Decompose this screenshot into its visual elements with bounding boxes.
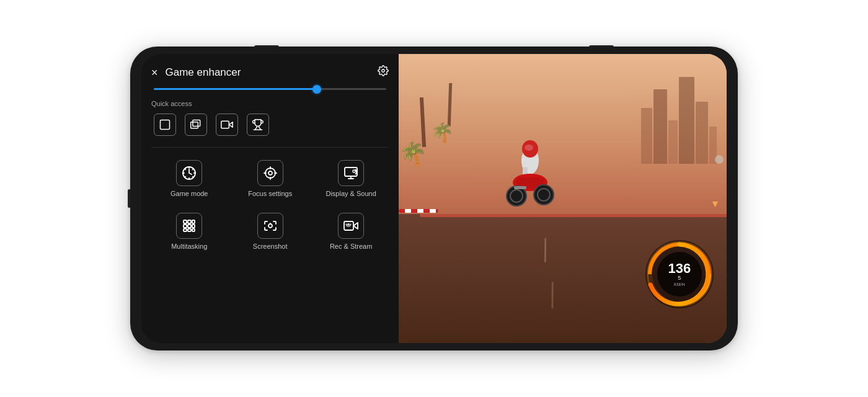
game-scene-panel: 🌴 🌴 bbox=[399, 54, 727, 343]
svg-point-15 bbox=[353, 170, 355, 172]
menu-item-rec-stream[interactable]: Rec & Stream bbox=[313, 209, 389, 254]
game-scene: 🌴 🌴 bbox=[399, 54, 727, 343]
phone-wrapper: × Game enhancer bbox=[130, 47, 738, 350]
menu-grid: Game mode bbox=[151, 156, 389, 254]
panel-divider bbox=[151, 147, 389, 148]
multitasking-label: Multitasking bbox=[171, 243, 207, 251]
svg-point-36 bbox=[534, 185, 554, 205]
palm-trees-left2: 🌴 bbox=[438, 83, 461, 148]
quick-icon-window[interactable] bbox=[154, 114, 176, 136]
svg-rect-24 bbox=[192, 229, 195, 231]
rec-stream-icon bbox=[338, 213, 364, 239]
buildings bbox=[641, 77, 717, 164]
svg-rect-18 bbox=[192, 220, 195, 223]
dot-indicator bbox=[715, 155, 724, 164]
svg-rect-23 bbox=[188, 229, 191, 231]
slider-fill bbox=[154, 88, 317, 90]
slider-thumb bbox=[312, 85, 321, 94]
speedo-gear-value: 5 bbox=[678, 275, 681, 281]
quick-icon-trophy[interactable] bbox=[247, 114, 269, 136]
close-button[interactable]: × bbox=[151, 67, 158, 78]
panel-header: × Game enhancer bbox=[151, 65, 389, 79]
svg-point-0 bbox=[382, 69, 385, 73]
menu-item-multitasking[interactable]: Multitasking bbox=[151, 209, 227, 254]
barrier-left bbox=[399, 209, 438, 213]
speedo-ring: 136 5 KM/H bbox=[645, 240, 714, 308]
menu-item-screenshot[interactable]: Screenshot bbox=[232, 209, 308, 254]
multitasking-icon bbox=[176, 213, 202, 239]
svg-rect-22 bbox=[184, 229, 187, 231]
speedo-inner: 136 5 KM/H bbox=[657, 252, 702, 297]
svg-point-7 bbox=[265, 168, 275, 178]
menu-item-display-sound[interactable]: Display & Sound bbox=[313, 156, 389, 202]
game-mode-label: Game mode bbox=[170, 190, 208, 198]
motorcycle-racer bbox=[505, 127, 555, 210]
quick-icons-row bbox=[151, 114, 389, 136]
brightness-slider[interactable] bbox=[151, 88, 389, 90]
speedometer-hud: 136 5 KM/H bbox=[645, 240, 714, 308]
phone-screen: × Game enhancer bbox=[141, 54, 727, 343]
svg-rect-3 bbox=[193, 120, 200, 127]
quick-access-label: Quick access bbox=[151, 100, 389, 107]
svg-rect-4 bbox=[221, 121, 229, 128]
quick-icon-layers[interactable] bbox=[185, 114, 207, 136]
menu-item-focus-settings[interactable]: Focus settings bbox=[232, 156, 308, 202]
svg-rect-20 bbox=[188, 225, 191, 228]
arrow-down-indicator: ▼ bbox=[711, 198, 720, 210]
svg-rect-1 bbox=[161, 120, 170, 130]
speedo-speed-value: 136 bbox=[668, 262, 691, 275]
svg-rect-2 bbox=[191, 122, 198, 128]
settings-button[interactable] bbox=[378, 65, 389, 79]
display-sound-icon bbox=[338, 160, 364, 186]
phone-shell: × Game enhancer bbox=[130, 47, 738, 350]
svg-rect-21 bbox=[192, 225, 195, 228]
screenshot-icon bbox=[257, 213, 283, 239]
game-enhancer-panel: × Game enhancer bbox=[141, 54, 399, 343]
menu-item-game-mode[interactable]: Game mode bbox=[151, 156, 227, 202]
svg-rect-19 bbox=[184, 225, 187, 228]
quick-icon-camera[interactable] bbox=[216, 114, 238, 136]
svg-point-29 bbox=[348, 223, 349, 225]
svg-rect-17 bbox=[188, 220, 191, 223]
speedo-unit-label: KM/H bbox=[674, 282, 685, 287]
focus-settings-label: Focus settings bbox=[248, 190, 292, 198]
slider-track bbox=[154, 88, 386, 90]
svg-point-33 bbox=[525, 145, 533, 151]
display-sound-label: Display & Sound bbox=[326, 190, 376, 198]
svg-rect-16 bbox=[184, 220, 187, 223]
header-left: × Game enhancer bbox=[151, 66, 241, 79]
focus-settings-icon bbox=[257, 160, 283, 186]
screenshot-label: Screenshot bbox=[253, 243, 288, 251]
svg-point-6 bbox=[268, 171, 272, 175]
svg-rect-28 bbox=[344, 221, 353, 230]
panel-title: Game enhancer bbox=[166, 66, 241, 79]
rec-stream-label: Rec & Stream bbox=[330, 243, 372, 251]
svg-rect-40 bbox=[514, 186, 526, 189]
game-mode-icon bbox=[176, 160, 202, 186]
